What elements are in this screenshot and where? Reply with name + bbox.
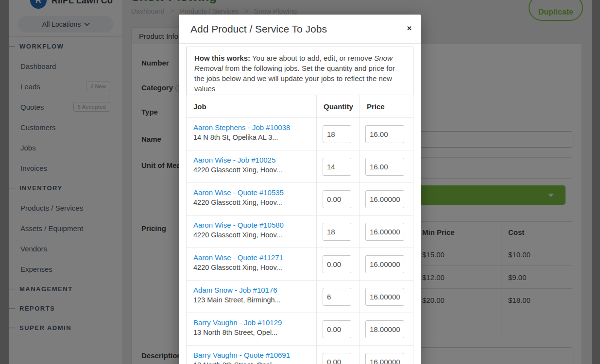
- note-text-2: from the following jobs. Set the quantit…: [194, 64, 395, 93]
- price-input[interactable]: [365, 125, 404, 143]
- jobs-header-job: Job: [187, 95, 317, 117]
- price-input[interactable]: [365, 190, 404, 208]
- quantity-input[interactable]: [323, 158, 351, 176]
- price-input[interactable]: [365, 255, 404, 273]
- jobs-table-header: Job Quantity Price: [187, 95, 413, 118]
- window-edge-left: [0, 0, 9, 364]
- job-row: Aaron Wise - Quote #10535 4220 Glasscott…: [187, 183, 413, 215]
- price-input[interactable]: [365, 320, 404, 338]
- note-text-1: You are about to add, edit, or remove: [250, 54, 374, 62]
- job-link[interactable]: Aaron Wise - Quote #10535: [193, 188, 311, 197]
- job-row: Adam Snow - Job #10176 123 Main Street, …: [187, 281, 413, 313]
- jobs-rows: Aaron Stephens - Job #10038 14 N 8th St,…: [187, 118, 413, 364]
- price-input[interactable]: [365, 158, 404, 176]
- modal-title: Add Product / Service To Jobs: [190, 23, 327, 35]
- job-link[interactable]: Barry Vaughn - Quote #10691: [193, 351, 311, 359]
- job-address: 4220 Glasscott Xing, Hoov...: [193, 264, 311, 271]
- quantity-input[interactable]: [323, 320, 351, 338]
- quantity-input[interactable]: [323, 353, 351, 364]
- job-row: Aaron Wise - Quote #11271 4220 Glasscott…: [187, 248, 413, 281]
- price-input[interactable]: [365, 223, 404, 241]
- job-link[interactable]: Aaron Wise - Quote #10580: [193, 221, 311, 229]
- job-link[interactable]: Adam Snow - Job #10176: [193, 286, 311, 294]
- note-bold: How this works:: [194, 54, 250, 62]
- job-link[interactable]: Barry Vaughn - Job #10129: [193, 318, 311, 327]
- job-row: Aaron Wise - Quote #10580 4220 Glasscott…: [187, 215, 413, 248]
- price-input[interactable]: [365, 353, 404, 364]
- window-edge-right: [592, 0, 600, 364]
- jobs-header-price: Price: [360, 95, 414, 117]
- job-address: 123 Main Street, Birmingh...: [193, 296, 311, 304]
- jobs-table: Job Quantity Price Aaron Stephens - Job …: [186, 95, 413, 364]
- quantity-input[interactable]: [323, 223, 351, 241]
- job-address: 14 N 8th St, Opelika AL 3...: [193, 133, 311, 141]
- add-product-service-modal: Add Product / Service To Jobs ✕ How this…: [179, 15, 421, 364]
- price-input[interactable]: [365, 288, 404, 306]
- job-row: Aaron Wise - Job #10025 4220 Glasscott X…: [187, 150, 413, 183]
- close-icon[interactable]: ✕: [407, 25, 412, 32]
- jobs-header-quantity: Quantity: [317, 95, 360, 117]
- job-link[interactable]: Aaron Stephens - Job #10038: [193, 123, 311, 132]
- quantity-input[interactable]: [323, 255, 351, 273]
- job-row: Barry Vaughn - Job #10129 13 North 8th S…: [187, 313, 413, 346]
- job-link[interactable]: Aaron Wise - Job #10025: [193, 156, 311, 164]
- job-address: 4220 Glasscott Xing, Hoov...: [193, 166, 311, 174]
- how-this-works-note: How this works: You are about to add, ed…: [186, 47, 413, 100]
- quantity-input[interactable]: [323, 125, 351, 143]
- job-address: 4220 Glasscott Xing, Hoov...: [193, 231, 311, 239]
- job-address: 13 North 8th Street, Opel...: [193, 361, 311, 364]
- job-address: 4220 Glasscott Xing, Hoov...: [193, 199, 311, 206]
- quantity-input[interactable]: [323, 288, 351, 306]
- job-address: 13 North 8th Street, Opel...: [193, 329, 311, 336]
- modal-header: Add Product / Service To Jobs ✕: [179, 15, 421, 44]
- job-link[interactable]: Aaron Wise - Quote #11271: [193, 253, 311, 262]
- quantity-input[interactable]: [323, 190, 351, 208]
- job-row: Barry Vaughn - Quote #10691 13 North 8th…: [187, 346, 413, 364]
- job-row: Aaron Stephens - Job #10038 14 N 8th St,…: [187, 118, 413, 150]
